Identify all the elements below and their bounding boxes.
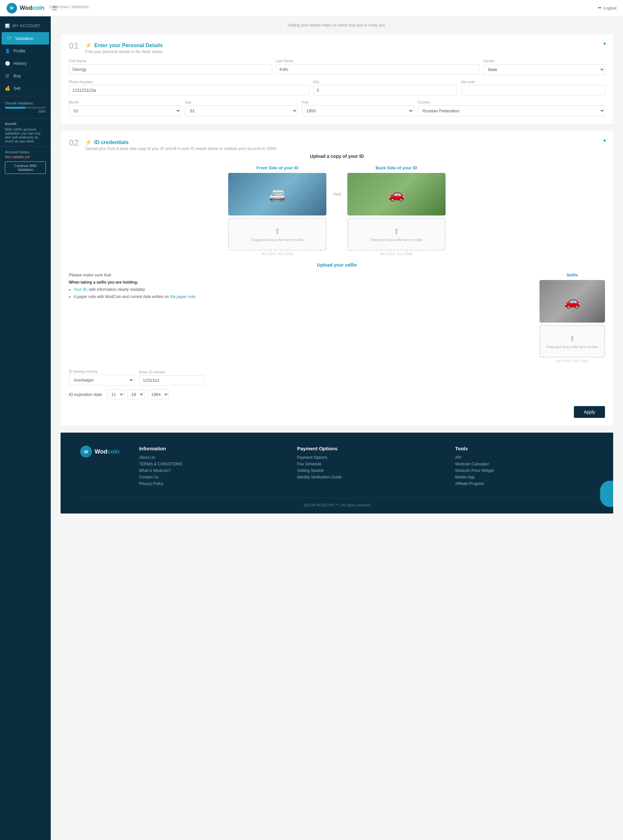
footer-link-calculator[interactable]: Wodcoin Calculator	[455, 462, 594, 466]
please-make-sure: Please make sure that	[69, 272, 530, 277]
footer-link-privacy[interactable]: Privacy Policy	[139, 481, 278, 486]
logo-text: Wodcoin	[20, 5, 44, 11]
footer-link-getting-started[interactable]: Getting Started	[297, 468, 436, 473]
year-label: Year	[302, 100, 414, 104]
id-issuing-country-select[interactable]: Azerbaijan Russia United States	[69, 375, 134, 385]
expiry-year-field: 196420252030	[147, 389, 169, 399]
month-field: Month 01020304 05060708 09101112	[69, 100, 181, 116]
front-id-label: Front Side of your ID	[228, 165, 326, 170]
footer-payment-title: Payment Options	[297, 446, 436, 451]
footer-link-fee[interactable]: Fee Schedule	[297, 462, 436, 466]
gender-field: Gender Male Female	[483, 59, 605, 75]
selfie-label: Selfie	[540, 272, 605, 277]
phone-label: Phone Number	[69, 80, 309, 84]
continue-validation-button[interactable]: Continue With Validation	[5, 161, 46, 174]
gender-label: Gender	[483, 59, 605, 63]
front-id-dropzone[interactable]: ⬆ Drag and drop a file here or click	[228, 218, 326, 250]
back-id-image	[347, 173, 445, 215]
zip-input[interactable]	[461, 85, 605, 95]
day-label: Day	[185, 100, 297, 104]
expiry-month-select[interactable]: 110106	[107, 389, 124, 399]
expiry-day-select[interactable]: 180115	[127, 389, 144, 399]
zip-label: Zip code	[461, 80, 605, 84]
front-id-preview	[228, 173, 326, 215]
gender-select[interactable]: Male Female	[483, 64, 605, 75]
upload-icon-back: ⬆	[353, 227, 440, 236]
account-status-section: Account Status: Not validate yet Continu…	[0, 146, 51, 177]
form-row-3: Month 01020304 05060708 09101112 Day 010…	[69, 100, 605, 116]
bullet2-text1: A paper note with WodCoin and current da…	[74, 295, 169, 299]
progress-percent: 50%	[5, 109, 46, 113]
section-id-credentials: 02 ✦ ⚡ ID credentials Upload your front …	[61, 131, 613, 426]
upload-icon-front: ⬆	[234, 227, 321, 236]
footer-brand: W Wodcoin	[80, 446, 120, 458]
sidebar-item-sell[interactable]: 💰 Sell	[0, 82, 51, 94]
front-drag-text: Drag and drop a file here or click	[234, 238, 321, 242]
first-name-input[interactable]	[69, 64, 272, 74]
overall-validation-label: Overall Validation:	[5, 101, 46, 105]
selfie-image	[540, 280, 605, 322]
expiry-fields: 110106 180115 196420252030	[107, 389, 169, 399]
sell-icon: 💰	[5, 86, 10, 91]
footer-link-identity[interactable]: Identity Verification Guide	[297, 475, 436, 479]
teal-decoration	[600, 481, 613, 507]
footer-link-mobile[interactable]: Mobile App	[455, 475, 594, 479]
footer-link-contact[interactable]: Contact Us	[139, 475, 278, 479]
footer: W Wodcoin Information About Us TERMS & C…	[61, 433, 613, 513]
year-select[interactable]: 195019601970	[302, 106, 414, 116]
back-drag-text: Drag and drop a file here or click	[353, 238, 440, 242]
footer-tools-col: Tools API Wodcoin Calculator Wodcoin Pri…	[455, 446, 594, 488]
main-content: Adding your details helps us check that …	[51, 16, 623, 840]
phone-field: Phone Number	[69, 80, 309, 95]
city-input[interactable]	[313, 85, 457, 95]
section-personal-details: 01 ✦ ⚡ Enter your Personal Details Find …	[61, 34, 613, 124]
footer-link-api[interactable]: API	[455, 455, 594, 460]
footer-link-what[interactable]: What is Wodcoin?	[139, 468, 278, 473]
sidebar-item-buy[interactable]: 🛒 Buy	[0, 69, 51, 82]
footer-link-about[interactable]: About Us	[139, 455, 278, 460]
logout-button[interactable]: ⮕ Logout	[597, 6, 617, 11]
expiry-month-field: 110106	[107, 389, 124, 399]
footer-link-terms[interactable]: TERMS & CONDITIONS	[139, 462, 278, 466]
account-status-label: Account Status:	[5, 150, 46, 154]
back-upload-limits: Min-30KB, Max-30MB	[347, 252, 445, 256]
city-field: City	[313, 80, 457, 95]
id-number-input[interactable]	[139, 375, 205, 385]
chart-icon: 📊	[5, 24, 10, 28]
and-separator: And	[333, 165, 341, 197]
back-id-dropzone[interactable]: ⬆ Drag and drop a file here or click	[347, 218, 445, 250]
sidebar-item-history[interactable]: 🕐 History	[0, 57, 51, 69]
back-id-label: Back Side of your ID	[347, 165, 445, 170]
city-label: City	[313, 80, 457, 84]
upload-columns: Front Side of your ID ⬆ Drag and drop a …	[69, 165, 605, 256]
id-fields-section: ID issuing country Azerbaijan Russia Uni…	[69, 369, 605, 399]
expiry-year-select[interactable]: 196420252030	[147, 389, 169, 399]
apply-button[interactable]: Apply	[574, 406, 605, 418]
footer-logo-text: Wodcoin	[95, 448, 120, 455]
sidebar-item-validation[interactable]: 🛡 Validation	[2, 32, 49, 45]
selfie-upload-limits: Min-30KB, Max-30MB	[540, 359, 605, 363]
clock-icon: 🕐	[5, 61, 10, 66]
section-2-subtitle: Upload your front & back side copy of yo…	[85, 146, 605, 151]
upload-icon-selfie: ⬆	[545, 334, 599, 343]
benefit-text: With 100% account validation you can buy…	[5, 127, 46, 143]
phone-input[interactable]	[69, 85, 309, 95]
country-select[interactable]: Russian Federation Azerbaijan United Sta…	[418, 106, 605, 116]
day-select[interactable]: 010203	[185, 106, 297, 116]
sidebar-item-profile[interactable]: 👤 Profile	[0, 45, 51, 57]
selfie-preview	[540, 280, 605, 322]
footer-tools-title: Tools	[455, 446, 594, 451]
selfie-dropzone[interactable]: ⬆ Drag and drop a file here or click	[540, 325, 605, 358]
footer-info-col: Information About Us TERMS & CONDITIONS …	[139, 446, 278, 488]
footer-link-affiliate[interactable]: Affiliate Program	[455, 481, 594, 486]
id-expiry-label: ID expiration date	[69, 392, 102, 397]
month-label: Month	[69, 100, 181, 104]
footer-link-price-widget[interactable]: Wodcoin Price Widget	[455, 468, 594, 473]
footer-link-payment[interactable]: Payment Options	[297, 455, 436, 460]
selfie-bullet-1: Your ID, with information clearly readab…	[74, 287, 530, 292]
copyright-text: @2018 WODCOIN ™ | All rights reserved	[304, 503, 370, 507]
month-select[interactable]: 01020304 05060708 09101112	[69, 106, 181, 116]
last-name-input[interactable]	[276, 64, 479, 74]
back-id-preview	[347, 173, 445, 215]
selfie-section-title: Upload your selfie	[69, 262, 605, 267]
